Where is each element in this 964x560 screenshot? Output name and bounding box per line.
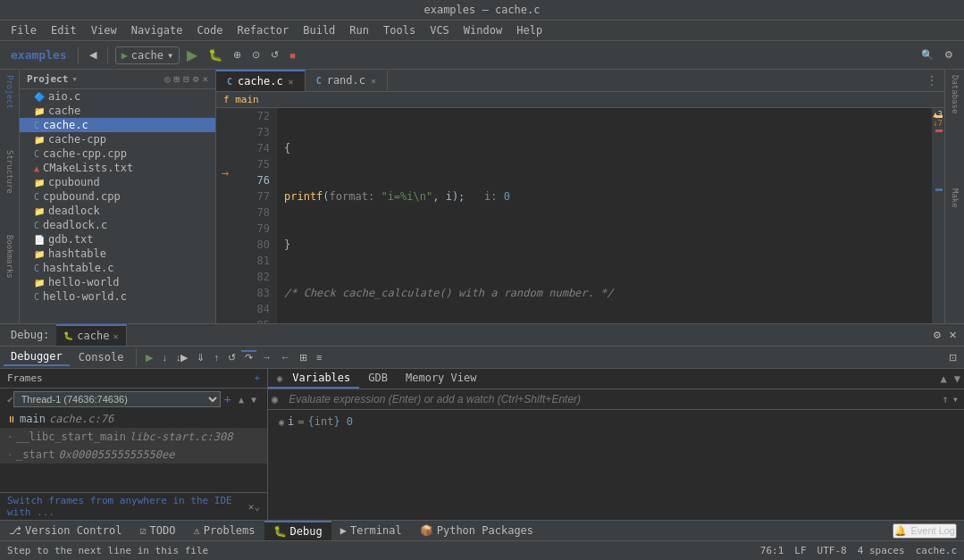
menu-vcs[interactable]: VCS: [424, 22, 455, 38]
restart-btn[interactable]: ↺: [224, 350, 239, 365]
menu-help[interactable]: Help: [511, 22, 548, 38]
status-lf[interactable]: LF: [794, 545, 806, 556]
watch-input[interactable]: [281, 389, 940, 409]
expand-icon[interactable]: ⊞: [174, 73, 180, 85]
gear-icon[interactable]: ⚙: [193, 73, 199, 85]
debug-settings-btn[interactable]: ⚙: [929, 328, 945, 343]
menu-run[interactable]: Run: [344, 22, 374, 38]
tree-item-aio[interactable]: 🔷 aio.c: [20, 89, 215, 104]
coverage-button[interactable]: ⊕: [230, 47, 245, 63]
debug-cache-tab[interactable]: 🐛 cache ✕: [56, 324, 126, 346]
frame-start[interactable]: · _start 0x00005555555550ee: [0, 446, 267, 464]
switch-frames-text[interactable]: Switch frames from anywhere in the IDE w…: [7, 495, 245, 518]
menu-refactor[interactable]: Refactor: [231, 22, 294, 38]
step-over-btn[interactable]: ↷: [241, 350, 256, 365]
variables-tab[interactable]: ◉ Variables: [268, 369, 359, 389]
locate-icon[interactable]: ◎: [164, 73, 171, 85]
back-button[interactable]: ◀: [86, 47, 100, 63]
var-tab-up-icon[interactable]: ▲: [937, 369, 951, 389]
status-indent[interactable]: 4 spaces: [858, 545, 905, 556]
scroll-down-icon[interactable]: ▼: [247, 394, 260, 405]
tree-item-cachecpp[interactable]: 📁 cache-cpp: [20, 132, 215, 146]
eval-expr-btn[interactable]: ←: [277, 350, 294, 364]
run-to-cursor-btn[interactable]: →: [258, 350, 275, 364]
settings2-btn[interactable]: ≡: [313, 350, 325, 364]
bottom-tab-debug[interactable]: 🐛 Debug: [264, 521, 331, 540]
close-tab-icon2[interactable]: ✕: [371, 76, 376, 86]
tab-cachec[interactable]: C cache.c ✕: [216, 70, 306, 91]
profile-button[interactable]: ⊙: [248, 47, 264, 63]
menu-edit[interactable]: Edit: [46, 22, 82, 38]
status-position[interactable]: 76:1: [760, 545, 784, 556]
tree-item-cache[interactable]: 📁 cache: [20, 104, 215, 118]
force-step-into-btn[interactable]: ⇓: [193, 350, 208, 365]
bottom-tab-terminal[interactable]: ▶ Terminal: [331, 522, 411, 539]
status-file[interactable]: cache.c: [916, 545, 957, 556]
menu-build[interactable]: Build: [298, 22, 340, 38]
bottom-tab-todo[interactable]: ☑ TODO: [130, 522, 184, 539]
tree-item-hashtable-c[interactable]: C hashtable.c: [20, 261, 215, 275]
tree-item-cpubound-cpp[interactable]: C cpubound.cpp: [20, 189, 215, 204]
debug-button[interactable]: 🐛: [205, 46, 226, 63]
frames-btn[interactable]: ⊞: [296, 350, 311, 365]
database-icon[interactable]: Database: [949, 73, 961, 115]
console-tab[interactable]: Console: [71, 349, 131, 365]
step-out-btn[interactable]: ↑: [210, 350, 222, 364]
scroll-up-icon[interactable]: ▲: [235, 394, 247, 405]
bottom-tab-vcs[interactable]: ⎇ Version Control: [0, 522, 130, 539]
menu-window[interactable]: Window: [458, 22, 507, 38]
structure-icon[interactable]: Structure: [4, 148, 16, 196]
event-log-button[interactable]: 🔔 Event Log: [893, 523, 957, 539]
menu-tools[interactable]: Tools: [378, 22, 421, 38]
tree-item-deadlock-c[interactable]: C deadlock.c: [20, 218, 215, 232]
tree-item-cmake[interactable]: ▲ CMakeLists.txt: [20, 161, 215, 175]
cache-run-dropdown[interactable]: ▶ cache ▾: [115, 46, 180, 64]
stop-button[interactable]: ■: [286, 48, 299, 63]
tree-item-hello-world-c[interactable]: C hello-world.c: [20, 289, 215, 304]
tree-item-cpubound[interactable]: 📁 cpubound: [20, 175, 215, 189]
memory-tab[interactable]: Memory View: [397, 369, 485, 389]
debug-close-icon[interactable]: ✕: [113, 331, 118, 341]
run-button[interactable]: ▶: [183, 45, 201, 65]
bookmarks-icon[interactable]: Bookmarks: [4, 233, 16, 280]
debugger-tab[interactable]: Debugger: [4, 348, 70, 366]
bottom-tab-python[interactable]: 📦 Python Packages: [411, 522, 542, 539]
make-icon[interactable]: Make: [949, 187, 961, 210]
tree-item-cachec[interactable]: C cache.c: [20, 118, 215, 132]
code-editor[interactable]: → 72 73 74 75 76 77 78: [216, 108, 944, 323]
close-tab-icon[interactable]: ✕: [289, 77, 294, 87]
gdb-tab[interactable]: GDB: [359, 369, 397, 389]
code-content[interactable]: { printf(format: "i=%i\n", i); i: 0 } /*…: [277, 108, 932, 323]
var-tab-down-icon[interactable]: ▼: [951, 369, 964, 389]
scroll-corner-icon[interactable]: ⌄: [254, 501, 260, 513]
frame-libc[interactable]: · __libc_start_main libc-start.c:308: [0, 428, 267, 446]
settings-button[interactable]: ⚙: [941, 47, 957, 63]
menu-navigate[interactable]: Navigate: [126, 22, 189, 38]
debug-hide-btn[interactable]: ✕: [945, 328, 960, 343]
watch-options-icon[interactable]: ▾: [951, 391, 960, 407]
menu-file[interactable]: File: [5, 22, 42, 38]
project-icon[interactable]: Project: [4, 73, 16, 111]
add-watch-btn[interactable]: +: [254, 372, 260, 384]
menu-code[interactable]: Code: [192, 22, 229, 38]
search-everywhere-button[interactable]: 🔍: [918, 47, 937, 63]
tree-item-hashtable[interactable]: 📁 hashtable: [20, 247, 215, 261]
tabs-more-icon[interactable]: ⋮: [919, 71, 944, 90]
thread-select[interactable]: Thread-1 (74636:74636): [13, 391, 221, 407]
hide-icon[interactable]: ✕: [202, 73, 208, 85]
tree-item-cachecpp-file[interactable]: C cache-cpp.cpp: [20, 146, 215, 161]
frame-main[interactable]: ⏸ main cache.c:76: [0, 410, 267, 428]
add-frame-btn[interactable]: +: [221, 392, 235, 406]
resume-btn[interactable]: ▶: [142, 350, 156, 365]
watch-submit-icon[interactable]: ↑: [941, 391, 951, 407]
tree-item-gdb[interactable]: 📄 gdb.txt: [20, 232, 215, 247]
restore-layout-btn[interactable]: ⊡: [945, 350, 960, 365]
status-encoding[interactable]: UTF-8: [817, 545, 847, 556]
tree-item-hello-world[interactable]: 📁 hello-world: [20, 275, 215, 289]
tab-randc[interactable]: C rand.c ✕: [306, 71, 388, 90]
close-hint-icon[interactable]: ✕: [248, 501, 255, 513]
tree-item-deadlock[interactable]: 📁 deadlock: [20, 204, 215, 218]
force-run-button[interactable]: ↺: [267, 47, 282, 63]
menu-view[interactable]: View: [86, 22, 122, 38]
step-into-btn[interactable]: ↓▶: [172, 350, 192, 365]
